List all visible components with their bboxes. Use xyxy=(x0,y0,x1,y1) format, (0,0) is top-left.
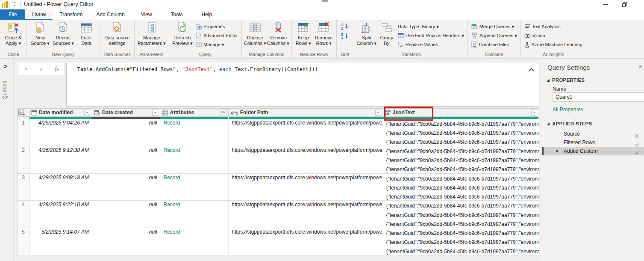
cell-jsontext[interactable]: {"tenantGuid":"9cb0a2dd-5b84-45fc-b9c6-b… xyxy=(383,201,539,228)
restore-button[interactable] xyxy=(616,0,633,9)
recent-sources-button[interactable]: Recent Sources ▾ xyxy=(52,21,75,46)
cell-attributes-record-link[interactable]: Record xyxy=(160,201,229,228)
column-header-date-modified[interactable]: Date modified ▼ xyxy=(29,109,92,116)
tab-tools[interactable]: Tools xyxy=(164,9,189,20)
cell-date-created[interactable]: null xyxy=(92,119,161,146)
formula-cancel-button[interactable]: × xyxy=(21,66,32,72)
properties-section-header[interactable]: PROPERTIES xyxy=(547,77,585,83)
close-query-settings-button[interactable]: × xyxy=(638,63,642,70)
keep-rows-button[interactable]: Keep Rows ▾ xyxy=(294,21,313,46)
text-analytics-button[interactable]: Text Analytics xyxy=(524,23,582,30)
cell-date-created[interactable]: null xyxy=(92,228,161,255)
close-button[interactable]: × xyxy=(641,0,644,9)
data-type-button[interactable]: Data Type: Binary ▾ xyxy=(398,23,464,30)
tab-view[interactable]: View xyxy=(134,9,159,20)
titlebar-separator: | xyxy=(9,1,10,7)
column-header-attributes[interactable]: Attributes ⇆ xyxy=(160,109,229,116)
tab-file[interactable]: File xyxy=(0,9,25,20)
formula-bar-input[interactable]: = Table.AddColumn(#"Filtered Rows", "Jso… xyxy=(66,63,539,107)
group-by-button[interactable]: Group By xyxy=(377,21,396,46)
cell-attributes-record-link[interactable]: Record xyxy=(160,146,229,173)
cell-folder-path[interactable]: https://stgppdataexportt.dfs.core.window… xyxy=(229,174,383,201)
vision-button[interactable]: Vision xyxy=(524,32,582,39)
cell-jsontext[interactable]: {"tenantGuid":"9cb0a2dd-5b84-45fc-b9c6-b… xyxy=(383,146,539,173)
sort-ascending-button[interactable]: AZ xyxy=(341,23,350,30)
cell-jsontext[interactable]: {"tenantGuid":"9cb0a2dd-5b84-45fc-b9c6-b… xyxy=(383,174,539,201)
cell-folder-path[interactable]: https://stgppdataexportt.dfs.core.window… xyxy=(229,201,383,228)
all-properties-link[interactable]: All Properties xyxy=(553,107,583,113)
cell-date-modified[interactable]: 4/29/2025 9:22:10 AM xyxy=(29,201,92,228)
cell-date-modified[interactable]: 5/2/2025 9:14:07 AM xyxy=(29,228,92,255)
applied-step-filtered-rows[interactable]: Filtered Rows xyxy=(542,138,644,147)
quick-access-toolbar-button[interactable]: ▾ xyxy=(11,1,17,8)
table-row: 14/25/2025 9:04:26 AMnullRecordhttps://s… xyxy=(18,119,539,146)
cell-date-modified[interactable]: 4/25/2025 9:04:26 AM xyxy=(29,119,92,146)
properties-button[interactable]: Properties xyxy=(196,23,238,30)
applied-step-source[interactable]: Source xyxy=(542,130,644,138)
select-all-header[interactable] xyxy=(18,109,29,116)
tab-add-column[interactable]: Add Column xyxy=(90,9,132,20)
cell-attributes-record-link[interactable]: Record xyxy=(160,228,229,255)
combine-files-button[interactable]: Combine Files xyxy=(471,41,517,48)
filter-dropdown-date-modified[interactable]: ▼ xyxy=(84,110,90,116)
close-and-apply-button[interactable]: Close & Apply ▾ xyxy=(2,21,25,46)
manage-button[interactable]: Manage ▾ xyxy=(196,41,238,48)
column-header-date-created[interactable]: Date created ▼ xyxy=(92,109,161,116)
cell-folder-path[interactable]: https://stgppdataexportt.dfs.core.window… xyxy=(229,228,383,255)
query-name-input[interactable] xyxy=(553,92,644,102)
ribbon-tabs: File Home Transform Add Column View Tool… xyxy=(0,9,644,20)
applied-step-added-custom[interactable]: ×Added Custom xyxy=(542,147,644,155)
use-first-row-as-headers-button[interactable]: Use First Row as Headers ▾ xyxy=(398,32,464,39)
choose-columns-button[interactable]: Choose Columns ▾ xyxy=(244,21,267,46)
cell-date-modified[interactable]: 4/28/2025 9:08:18 AM xyxy=(29,174,92,201)
tab-transform[interactable]: Transform xyxy=(53,9,89,20)
delete-step-icon[interactable]: × xyxy=(556,147,559,155)
filter-dropdown-jsontext[interactable]: ▼ xyxy=(531,110,537,116)
cell-jsontext[interactable]: {"tenantGuid":"9cb0a2dd-5b84-45fc-b9c6-b… xyxy=(383,228,539,255)
filter-dropdown-date-created[interactable]: ▼ xyxy=(152,110,158,116)
step-settings-gear-icon[interactable] xyxy=(635,148,640,157)
text-type-icon: ABC xyxy=(230,110,238,116)
applied-steps-section-header[interactable]: APPLIED STEPS xyxy=(547,121,592,126)
remove-rows-button[interactable]: Remove Rows ▾ xyxy=(313,21,335,46)
expand-queries-pane-button[interactable]: > xyxy=(4,63,7,70)
cell-date-created[interactable]: null xyxy=(92,201,161,228)
filter-dropdown-folder-path[interactable]: ▼ xyxy=(375,110,381,116)
cell-folder-path[interactable]: https://stgppdataexportt.dfs.core.window… xyxy=(229,119,383,146)
svg-text:1: 1 xyxy=(398,42,400,45)
minimize-button[interactable]: — xyxy=(597,0,614,9)
data-source-settings-button[interactable]: Data source settings xyxy=(102,21,132,46)
cell-jsontext[interactable]: {"tenantGuid":"9cb0a2dd-5b84-45fc-b9c6-b… xyxy=(383,119,539,146)
cell-date-modified[interactable]: 4/26/2025 9:12:38 AM xyxy=(29,146,92,173)
remove-columns-button[interactable]: Remove Columns ▾ xyxy=(267,21,290,46)
sort-descending-button[interactable]: ZA xyxy=(341,33,350,40)
azure-machine-learning-button[interactable]: Azure Machine Learning xyxy=(524,41,582,48)
expand-column-icon[interactable]: ⇆ xyxy=(221,110,226,116)
refresh-preview-icon xyxy=(171,21,194,35)
new-source-button[interactable]: New Source ▾ xyxy=(29,21,52,46)
tab-help[interactable]: Help xyxy=(194,9,219,20)
cell-attributes-record-link[interactable]: Record xyxy=(160,119,229,146)
cell-folder-path[interactable]: https://stgppdataexportt.dfs.core.window… xyxy=(229,146,383,173)
cell-date-created[interactable]: null xyxy=(92,146,161,173)
ribbon-group-close: Close & Apply ▾ Close xyxy=(0,20,27,58)
power-bi-logo-icon xyxy=(2,1,8,8)
append-queries-button[interactable]: Append Queries ▾ xyxy=(471,32,517,39)
merge-queries-button[interactable]: Merge Queries ▾ xyxy=(471,23,517,30)
column-header-jsontext[interactable]: ABC123 JsonText ▼ xyxy=(383,109,539,116)
manage-parameters-button[interactable]: Manage Parameters ▾ xyxy=(136,21,167,46)
tab-home[interactable]: Home xyxy=(25,9,53,20)
queries-pane-label[interactable]: Queries xyxy=(2,81,8,100)
advanced-editor-button[interactable]: Advanced Editor xyxy=(196,32,238,39)
advanced-editor-icon xyxy=(196,33,202,39)
replace-values-button[interactable]: 12 Replace Values xyxy=(398,41,464,48)
cell-date-created[interactable]: null xyxy=(92,174,161,201)
collapse-formula-bar-icon[interactable] xyxy=(529,68,534,72)
refresh-preview-button[interactable]: Refresh Preview ▾ xyxy=(171,21,194,46)
cell-attributes-record-link[interactable]: Record xyxy=(160,174,229,201)
column-header-folder-path[interactable]: ABC Folder Path ▼ xyxy=(229,109,383,116)
manage-icon xyxy=(196,42,202,47)
split-column-button[interactable]: Split Column ▾ xyxy=(356,21,377,46)
formula-commit-button[interactable]: ✓ xyxy=(36,66,47,72)
enter-data-button[interactable]: Enter Data xyxy=(75,21,98,46)
